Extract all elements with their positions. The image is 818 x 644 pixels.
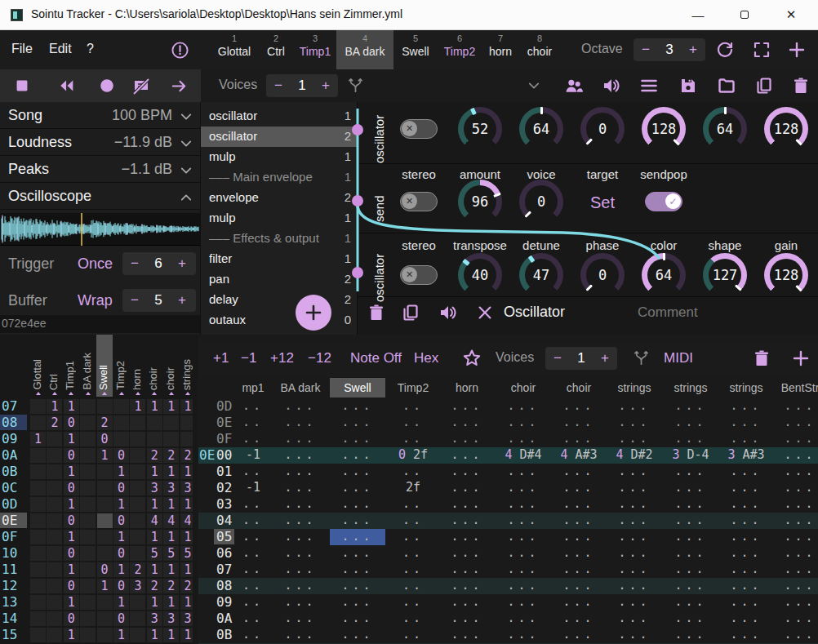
pattern-cell[interactable]: 1	[147, 497, 162, 512]
pattern-cell[interactable]	[80, 546, 96, 561]
pattern-cell[interactable]	[47, 595, 62, 610]
pattern-row-label[interactable]: 0C	[0, 480, 27, 495]
pattern-cell[interactable]	[30, 628, 46, 642]
note-cell[interactable]: ...	[730, 594, 762, 609]
note-cell[interactable]: ...	[562, 431, 594, 446]
stereo-toggle[interactable]: ✕	[400, 265, 438, 285]
note-cell[interactable]: ...	[618, 496, 650, 511]
octave-minus-button[interactable]: −	[634, 42, 658, 58]
param-knob-phase[interactable]: 0	[580, 253, 625, 297]
pattern-cell[interactable]	[47, 579, 62, 593]
pattern-cell[interactable]	[30, 415, 46, 430]
note-cell[interactable]: ...	[730, 578, 762, 593]
pattern-row-label[interactable]: 15	[0, 627, 27, 642]
note-cell[interactable]: ...	[562, 480, 594, 495]
pattern-cell[interactable]	[180, 432, 193, 446]
pattern-cell[interactable]: 1	[47, 399, 62, 414]
unit-list-item--main-envelope[interactable]: ––– Main envelope1	[201, 167, 358, 188]
pattern-track-header-ba-dark[interactable]: BA dark	[80, 335, 96, 397]
note-cell[interactable]: ...	[341, 611, 373, 625]
pattern-cell[interactable]: 4	[147, 513, 162, 528]
note-cell[interactable]: ...	[784, 415, 816, 429]
pattern-cell[interactable]: 2	[97, 415, 113, 430]
pattern-cell[interactable]: 1	[163, 595, 179, 610]
unit-list-item-mulp[interactable]: mulp1	[201, 147, 358, 167]
pattern-cell[interactable]: 0	[97, 562, 113, 577]
unit-list-item-oscillator[interactable]: oscillator1	[201, 106, 358, 127]
transpose-minus12-button[interactable]: −12	[308, 350, 331, 366]
note-track-header-strings[interactable]: strings	[617, 378, 651, 398]
pattern-cell[interactable]: 0	[113, 481, 129, 495]
note-cell[interactable]: 4 A#3	[560, 447, 597, 462]
note-cell[interactable]: ...	[451, 415, 482, 429]
pattern-track-header-ctrl[interactable]: Ctrl	[47, 335, 63, 397]
note-cell[interactable]: ...	[451, 480, 482, 495]
note-cell[interactable]: ...	[730, 529, 762, 544]
unit-list-item-delay[interactable]: delay2	[201, 290, 358, 310]
pattern-cell[interactable]	[130, 415, 145, 430]
note-cell[interactable]: ...	[284, 562, 316, 576]
pattern-cell[interactable]	[80, 595, 96, 610]
pattern-cell[interactable]: 3	[163, 611, 179, 626]
hex-toggle-button[interactable]: Hex	[414, 350, 438, 366]
unit-list-item-envelope[interactable]: envelope2	[201, 188, 358, 208]
note-cell[interactable]: 0 2f	[398, 447, 428, 462]
note-cell[interactable]: ...	[341, 398, 373, 413]
note-cell[interactable]: ..	[242, 464, 264, 478]
note-cell[interactable]: ...	[284, 529, 316, 544]
pattern-cell[interactable]: 5	[163, 546, 179, 561]
pattern-cell[interactable]	[130, 464, 145, 479]
pattern-cell[interactable]	[80, 530, 96, 544]
pattern-cell[interactable]: 1	[113, 562, 129, 577]
note-cell[interactable]: ...	[451, 594, 482, 609]
note-cell[interactable]: ...	[562, 415, 594, 429]
note-row-number[interactable]: 0D	[216, 398, 232, 414]
pattern-cell[interactable]	[97, 595, 113, 610]
note-cell[interactable]: ...	[730, 627, 762, 642]
note-cell[interactable]: ..	[402, 513, 424, 527]
pattern-cell[interactable]: 1	[64, 432, 79, 446]
pattern-cell[interactable]	[30, 399, 46, 414]
pattern-cell[interactable]	[97, 481, 113, 495]
pattern-cell[interactable]	[30, 530, 46, 544]
pattern-cell[interactable]: 3	[147, 481, 162, 495]
note-cell[interactable]: ...	[284, 611, 316, 625]
menu-file[interactable]: File	[11, 42, 33, 56]
note-cell[interactable]: ...	[784, 480, 816, 495]
note-cell[interactable]: ..	[402, 578, 424, 593]
note-cell[interactable]: ...	[730, 431, 762, 446]
note-track-header-strings[interactable]: strings	[674, 378, 707, 398]
pattern-cell[interactable]	[97, 464, 113, 479]
note-cell[interactable]: 3 D-4	[672, 447, 709, 462]
open-folder-icon[interactable]	[717, 76, 736, 95]
param-knob-k3[interactable]: 128	[642, 107, 686, 151]
note-cell[interactable]: ...	[784, 578, 816, 593]
pattern-track-header-timp2[interactable]: Timp2	[113, 335, 130, 397]
pattern-cell[interactable]	[30, 595, 46, 610]
note-cell[interactable]: ...	[451, 545, 482, 560]
pattern-cell[interactable]	[97, 628, 113, 642]
note-cell[interactable]: ...	[507, 513, 539, 527]
pattern-cell[interactable]: 1	[97, 448, 113, 463]
note-cell[interactable]: ...	[618, 431, 650, 446]
pattern-cell[interactable]	[47, 481, 62, 495]
note-cell[interactable]: ...	[507, 529, 539, 544]
note-row-number[interactable]: 03	[216, 496, 232, 512]
note-cell[interactable]: ...	[341, 627, 373, 642]
pattern-cell[interactable]	[97, 497, 113, 512]
pattern-cell[interactable]: 1	[180, 595, 193, 610]
pattern-cell[interactable]: 1	[180, 628, 193, 642]
note-cell[interactable]: ...	[284, 431, 316, 446]
unit-list-item-pan[interactable]: pan2	[201, 269, 358, 290]
pattern-cell[interactable]: 2	[147, 448, 162, 463]
note-cell[interactable]: ..	[242, 611, 264, 625]
chevron-down-icon[interactable]	[527, 78, 541, 93]
note-cell[interactable]: ...	[451, 529, 482, 544]
note-cell[interactable]: ...	[562, 496, 594, 511]
note-cell[interactable]: ...	[341, 415, 373, 429]
note-cell[interactable]: ...	[507, 464, 539, 478]
note-cell[interactable]: ...	[451, 562, 482, 576]
note-cell[interactable]: ...	[341, 578, 373, 593]
note-cell[interactable]: ...	[784, 447, 816, 462]
instrument-tab-horn[interactable]: 7horn	[482, 30, 519, 69]
